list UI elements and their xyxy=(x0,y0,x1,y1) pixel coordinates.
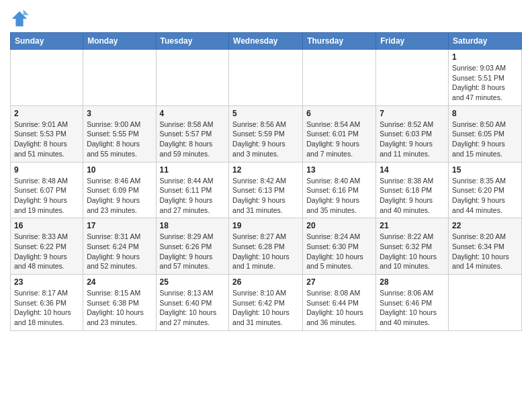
calendar-cell: 28Sunrise: 8:06 AM Sunset: 6:46 PM Dayli… xyxy=(376,275,449,331)
calendar-cell xyxy=(303,50,376,106)
day-info: Sunrise: 8:33 AM Sunset: 6:22 PM Dayligh… xyxy=(14,232,79,271)
logo xyxy=(10,9,32,28)
calendar-cell: 22Sunrise: 8:20 AM Sunset: 6:34 PM Dayli… xyxy=(449,218,522,275)
weekday-monday: Monday xyxy=(83,33,156,50)
day-info: Sunrise: 8:38 AM Sunset: 6:18 PM Dayligh… xyxy=(380,176,445,216)
day-info: Sunrise: 8:08 AM Sunset: 6:44 PM Dayligh… xyxy=(306,288,372,328)
calendar-cell xyxy=(156,50,229,106)
calendar-cell xyxy=(376,50,449,106)
calendar-cell: 2Sunrise: 9:01 AM Sunset: 5:53 PM Daylig… xyxy=(11,105,83,162)
calendar-week-2: 2Sunrise: 9:01 AM Sunset: 5:53 PM Daylig… xyxy=(11,105,522,162)
calendar-cell: 5Sunrise: 8:56 AM Sunset: 5:59 PM Daylig… xyxy=(229,105,303,162)
calendar-week-1: 1Sunrise: 9:03 AM Sunset: 5:51 PM Daylig… xyxy=(11,50,522,106)
calendar-week-3: 9Sunrise: 8:48 AM Sunset: 6:07 PM Daylig… xyxy=(11,162,522,218)
day-number: 22 xyxy=(452,221,518,230)
day-number: 23 xyxy=(14,277,79,287)
calendar-week-4: 16Sunrise: 8:33 AM Sunset: 6:22 PM Dayli… xyxy=(11,218,522,275)
calendar-cell: 10Sunrise: 8:46 AM Sunset: 6:09 PM Dayli… xyxy=(83,162,156,218)
calendar-cell: 1Sunrise: 9:03 AM Sunset: 5:51 PM Daylig… xyxy=(449,50,522,106)
calendar-cell: 4Sunrise: 8:58 AM Sunset: 5:57 PM Daylig… xyxy=(156,105,229,162)
header xyxy=(10,7,522,28)
day-info: Sunrise: 8:50 AM Sunset: 6:05 PM Dayligh… xyxy=(452,120,518,159)
weekday-sunday: Sunday xyxy=(11,33,83,50)
day-number: 4 xyxy=(160,109,226,118)
day-info: Sunrise: 8:56 AM Sunset: 5:59 PM Dayligh… xyxy=(232,120,299,159)
calendar-cell: 6Sunrise: 8:54 AM Sunset: 6:01 PM Daylig… xyxy=(303,105,376,162)
day-info: Sunrise: 8:54 AM Sunset: 6:01 PM Dayligh… xyxy=(306,120,372,159)
calendar-cell: 12Sunrise: 8:42 AM Sunset: 6:13 PM Dayli… xyxy=(229,162,303,218)
day-number: 25 xyxy=(160,277,226,287)
logo-icon xyxy=(10,9,29,28)
day-number: 12 xyxy=(232,165,299,175)
day-number: 11 xyxy=(160,165,226,175)
day-info: Sunrise: 8:06 AM Sunset: 6:46 PM Dayligh… xyxy=(380,288,445,328)
day-number: 17 xyxy=(87,221,152,230)
day-info: Sunrise: 8:17 AM Sunset: 6:36 PM Dayligh… xyxy=(14,288,79,328)
day-number: 27 xyxy=(306,277,372,287)
day-number: 16 xyxy=(14,221,79,230)
day-info: Sunrise: 8:20 AM Sunset: 6:34 PM Dayligh… xyxy=(452,232,518,271)
day-info: Sunrise: 8:58 AM Sunset: 5:57 PM Dayligh… xyxy=(160,120,226,159)
day-info: Sunrise: 8:42 AM Sunset: 6:13 PM Dayligh… xyxy=(232,176,299,216)
calendar-cell: 27Sunrise: 8:08 AM Sunset: 6:44 PM Dayli… xyxy=(303,275,376,331)
day-number: 20 xyxy=(306,221,372,230)
day-info: Sunrise: 9:01 AM Sunset: 5:53 PM Dayligh… xyxy=(14,120,79,159)
calendar-cell: 20Sunrise: 8:24 AM Sunset: 6:30 PM Dayli… xyxy=(303,218,376,275)
day-number: 26 xyxy=(232,277,299,287)
calendar-cell: 26Sunrise: 8:10 AM Sunset: 6:42 PM Dayli… xyxy=(229,275,303,331)
day-info: Sunrise: 8:31 AM Sunset: 6:24 PM Dayligh… xyxy=(87,232,152,271)
day-number: 24 xyxy=(87,277,152,287)
day-number: 2 xyxy=(14,109,79,118)
day-info: Sunrise: 8:22 AM Sunset: 6:32 PM Dayligh… xyxy=(380,232,445,271)
weekday-header-row: SundayMondayTuesdayWednesdayThursdayFrid… xyxy=(11,33,522,50)
day-number: 10 xyxy=(87,165,152,175)
day-info: Sunrise: 8:52 AM Sunset: 6:03 PM Dayligh… xyxy=(380,120,445,159)
day-info: Sunrise: 8:10 AM Sunset: 6:42 PM Dayligh… xyxy=(232,288,299,328)
day-info: Sunrise: 8:24 AM Sunset: 6:30 PM Dayligh… xyxy=(306,232,372,271)
calendar-cell: 25Sunrise: 8:13 AM Sunset: 6:40 PM Dayli… xyxy=(156,275,229,331)
calendar-cell: 7Sunrise: 8:52 AM Sunset: 6:03 PM Daylig… xyxy=(376,105,449,162)
weekday-friday: Friday xyxy=(376,33,449,50)
calendar-week-5: 23Sunrise: 8:17 AM Sunset: 6:36 PM Dayli… xyxy=(11,275,522,331)
calendar-cell xyxy=(83,50,156,106)
day-info: Sunrise: 8:27 AM Sunset: 6:28 PM Dayligh… xyxy=(232,232,299,271)
calendar-cell: 8Sunrise: 8:50 AM Sunset: 6:05 PM Daylig… xyxy=(449,105,522,162)
calendar-cell: 14Sunrise: 8:38 AM Sunset: 6:18 PM Dayli… xyxy=(376,162,449,218)
calendar-cell xyxy=(229,50,303,106)
day-info: Sunrise: 8:35 AM Sunset: 6:20 PM Dayligh… xyxy=(452,176,518,216)
calendar-cell: 9Sunrise: 8:48 AM Sunset: 6:07 PM Daylig… xyxy=(11,162,83,218)
weekday-saturday: Saturday xyxy=(449,33,522,50)
weekday-thursday: Thursday xyxy=(303,33,376,50)
calendar-cell: 13Sunrise: 8:40 AM Sunset: 6:16 PM Dayli… xyxy=(303,162,376,218)
day-info: Sunrise: 8:13 AM Sunset: 6:40 PM Dayligh… xyxy=(160,288,226,328)
calendar-cell: 15Sunrise: 8:35 AM Sunset: 6:20 PM Dayli… xyxy=(449,162,522,218)
day-number: 7 xyxy=(380,109,445,118)
calendar-cell xyxy=(11,50,83,106)
day-info: Sunrise: 9:00 AM Sunset: 5:55 PM Dayligh… xyxy=(87,120,152,159)
calendar-cell xyxy=(449,275,522,331)
calendar-table: SundayMondayTuesdayWednesdayThursdayFrid… xyxy=(10,32,522,331)
day-number: 18 xyxy=(160,221,226,230)
weekday-tuesday: Tuesday xyxy=(156,33,229,50)
day-info: Sunrise: 8:44 AM Sunset: 6:11 PM Dayligh… xyxy=(160,176,226,216)
calendar-cell: 23Sunrise: 8:17 AM Sunset: 6:36 PM Dayli… xyxy=(11,275,83,331)
day-number: 5 xyxy=(232,109,299,118)
calendar-cell: 16Sunrise: 8:33 AM Sunset: 6:22 PM Dayli… xyxy=(11,218,83,275)
day-info: Sunrise: 8:46 AM Sunset: 6:09 PM Dayligh… xyxy=(87,176,152,216)
calendar-cell: 18Sunrise: 8:29 AM Sunset: 6:26 PM Dayli… xyxy=(156,218,229,275)
day-number: 28 xyxy=(380,277,445,287)
day-number: 21 xyxy=(380,221,445,230)
day-number: 13 xyxy=(306,165,372,175)
day-number: 8 xyxy=(452,109,518,118)
page: SundayMondayTuesdayWednesdayThursdayFrid… xyxy=(0,0,532,338)
day-number: 14 xyxy=(380,165,445,175)
day-number: 6 xyxy=(306,109,372,118)
day-number: 19 xyxy=(232,221,299,230)
day-info: Sunrise: 8:29 AM Sunset: 6:26 PM Dayligh… xyxy=(160,232,226,271)
day-number: 3 xyxy=(87,109,152,118)
calendar-cell: 24Sunrise: 8:15 AM Sunset: 6:38 PM Dayli… xyxy=(83,275,156,331)
day-number: 9 xyxy=(14,165,79,175)
day-info: Sunrise: 8:40 AM Sunset: 6:16 PM Dayligh… xyxy=(306,176,372,216)
weekday-wednesday: Wednesday xyxy=(229,33,303,50)
calendar-cell: 19Sunrise: 8:27 AM Sunset: 6:28 PM Dayli… xyxy=(229,218,303,275)
